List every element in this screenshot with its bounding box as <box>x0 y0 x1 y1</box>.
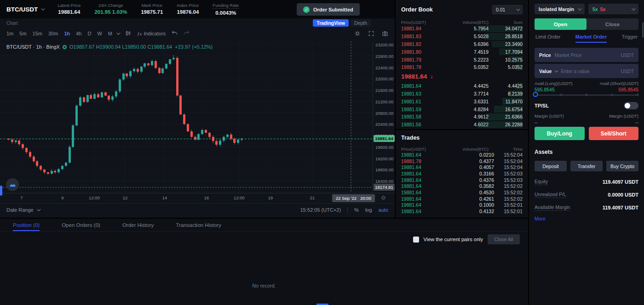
tab-position[interactable]: Position (0) <box>13 222 40 231</box>
crosshair-date: 22 Sep '22 <box>336 196 356 201</box>
order-book-row[interactable]: 19881.594.828416.6754 <box>401 105 523 113</box>
order-volume: 3.7714 <box>438 91 489 96</box>
order-book-row[interactable]: 19881.644.44254.4425 <box>401 82 523 90</box>
divider <box>347 207 348 213</box>
timeframe-W[interactable]: W <box>97 31 102 36</box>
order-book-row[interactable]: 19881.807.451917.7094 <box>401 48 523 56</box>
stat-label: Funding Rate <box>213 3 239 9</box>
gear-icon[interactable] <box>354 30 361 37</box>
more-link[interactable]: More <box>535 216 546 221</box>
asset-label: Equity <box>535 179 548 185</box>
order-book-row[interactable]: 19881.584.961221.6366 <box>401 113 523 121</box>
leverage-dropdown[interactable]: 5x5x <box>588 4 638 14</box>
order-price: 19881.80 <box>401 49 438 55</box>
time-axis[interactable]: 22 Sep '22 20:00 7912:0012141612:001921 <box>0 193 395 203</box>
slider-dot[interactable] <box>637 94 639 96</box>
fullscreen-icon[interactable] <box>368 30 374 37</box>
price-field[interactable]: Price Market Price USDT <box>535 48 638 62</box>
timeframe-toolbar: 1m5m15m30m1h4hDWMƒx Indicators <box>6 30 190 36</box>
timeframe-M[interactable]: M <box>108 31 112 36</box>
amount-slider[interactable] <box>535 92 638 98</box>
deposit-button[interactable]: Deposit <box>535 161 567 171</box>
chart-scrollbar-handle[interactable] <box>0 186 2 196</box>
timeframe-30m[interactable]: 30m <box>48 31 58 36</box>
value-field[interactable]: Value Enter a value USDT <box>535 64 638 78</box>
sell-short-button[interactable]: Sell/Short <box>589 127 639 140</box>
indicators-button[interactable]: ƒx Indicators <box>137 31 166 36</box>
tab-orderhistory[interactable]: Order History <box>122 222 154 231</box>
order-tab-market-order[interactable]: Market Order <box>575 34 607 43</box>
value-field-label: Value <box>539 68 557 74</box>
timeframe-4h[interactable]: 4h <box>76 31 81 36</box>
order-price: 19881.82 <box>401 41 438 47</box>
timeframe-D[interactable]: D <box>87 31 91 36</box>
mid-price-value: 19881.64 <box>401 73 427 80</box>
close-all-button[interactable]: Close All <box>488 234 520 244</box>
panel-scrollbar[interactable] <box>642 22 644 38</box>
order-book-row[interactable]: 19881.613.633111.8470 <box>401 97 523 105</box>
buy-crypto-button[interactable]: Buy Crypto <box>606 161 638 171</box>
symbol-selector[interactable]: BTC/USDT <box>6 6 44 13</box>
stat-label: Latest Price <box>58 3 80 8</box>
timezone-gear-icon[interactable] <box>380 195 386 202</box>
margin-mode-dropdown[interactable]: Isolated Margin <box>535 4 585 14</box>
stat-value: 201.95 1.03% <box>94 9 127 15</box>
percent-scale-button[interactable]: % <box>354 207 359 213</box>
trade-row: 19881.640.437615:52:03 <box>401 177 523 183</box>
view-tab-tradingview[interactable]: TradingView <box>313 19 349 27</box>
candlestick-chart[interactable]: BTC/USDT · 1h · BingX O19857.67 H19900.9… <box>0 41 373 193</box>
stat-label: Mark Price <box>141 3 163 8</box>
slider-dot[interactable] <box>586 94 588 96</box>
order-book-row[interactable]: 19881.633.77148.2139 <box>401 90 523 98</box>
close-tab[interactable]: Close <box>586 18 638 30</box>
watermark-logo-button[interactable] <box>6 178 19 191</box>
axis-time-label: 21 <box>310 195 315 200</box>
crosshair-date-tag: 22 Sep '22 20:00 <box>332 194 375 202</box>
order-book-row[interactable]: 19881.795.222310.2575 <box>401 56 523 63</box>
tpsl-toggle[interactable] <box>624 102 638 109</box>
buy-long-button[interactable]: Buy/Long <box>535 127 585 140</box>
camera-icon[interactable] <box>382 30 388 37</box>
auto-scale-button[interactable]: auto <box>379 207 388 213</box>
trade-price: 19881.64 <box>401 209 438 214</box>
current-pairs-checkbox[interactable] <box>413 237 419 243</box>
empty-state-text: No record. <box>0 283 528 288</box>
chevron-down-icon <box>632 6 635 10</box>
timeframe-15m[interactable]: 15m <box>33 31 42 36</box>
slider-dot[interactable] <box>611 94 613 96</box>
column-header: Volume(BTC) <box>438 20 489 25</box>
candle-style-icon[interactable] <box>125 30 131 36</box>
order-book-row[interactable]: 19881.845.795434.0472 <box>401 25 523 33</box>
chevron-down-icon[interactable] <box>116 31 120 34</box>
trade-volume: 0.4530 <box>438 190 494 195</box>
timeframe-5m[interactable]: 5m <box>19 31 26 36</box>
tick-size-dropdown[interactable]: 0.01 <box>492 5 523 14</box>
trades-columns: Price(USDT)Volume(BTC)Time <box>401 147 523 152</box>
order-tab-limit-order[interactable]: Limit Order <box>535 34 560 43</box>
log-scale-button[interactable]: log <box>365 207 372 213</box>
tab-openorders[interactable]: Open Orders (0) <box>62 222 100 231</box>
undo-icon[interactable] <box>172 30 178 36</box>
timeframe-1m[interactable]: 1m <box>6 31 13 36</box>
view-tab-depth[interactable]: Depth <box>351 19 371 27</box>
order-book-row[interactable]: 19881.825.639623.3490 <box>401 40 523 48</box>
price-axis[interactable]: 19881.64 18174.81 23200.0022800.0022400.… <box>373 41 395 193</box>
column-header: Sum <box>489 20 523 25</box>
arrow-down-icon: ↓ <box>430 73 433 80</box>
open-tab[interactable]: Open <box>535 18 586 30</box>
date-range-selector[interactable]: Date Range <box>6 207 40 213</box>
transfer-button[interactable]: Transfer <box>570 161 603 171</box>
timeframe-1h[interactable]: 1h <box>64 31 70 36</box>
slider-dot[interactable] <box>533 92 538 97</box>
order-book-row[interactable]: 19881.564.602226.2288 <box>401 121 523 129</box>
check-circle-icon: ✓ <box>303 6 310 13</box>
trade-price: 19881.78 <box>401 158 438 164</box>
slider-dot[interactable] <box>560 94 562 96</box>
redo-icon[interactable] <box>184 30 190 36</box>
current-pairs-label: View the current pairs only <box>424 237 483 242</box>
stat-value: 19876.04 <box>177 9 199 15</box>
order-tab-trigger[interactable]: Trigger <box>622 34 638 43</box>
order-book-row[interactable]: 19881.785.03525.0352 <box>401 63 523 71</box>
tab-transactionhistory[interactable]: Transaction History <box>176 222 221 231</box>
order-book-row[interactable]: 19881.835.502828.8518 <box>401 33 523 40</box>
